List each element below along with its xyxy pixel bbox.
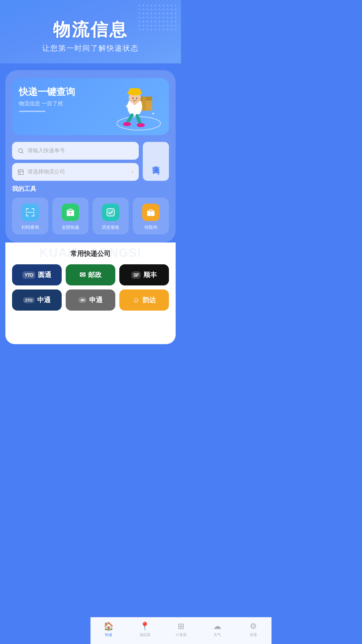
tool-all[interactable]: 全部快递 (52, 198, 88, 234)
company-select[interactable]: 请选择物流公司 › (12, 163, 139, 181)
search-inputs: 请输入快递单号 请选择物流公司 › (12, 142, 139, 181)
svg-point-15 (132, 98, 134, 99)
scan-icon-container (21, 204, 39, 221)
company-placeholder: 请选择物流公司 (27, 168, 65, 175)
company-yto[interactable]: YTO 圆通 (12, 264, 62, 285)
chevron-right-icon: › (131, 168, 133, 175)
tool-history[interactable]: 历史签收 (93, 198, 129, 234)
svg-rect-5 (143, 97, 145, 111)
package-icon (65, 207, 75, 217)
search-icon (17, 148, 24, 154)
company-yunda[interactable]: ☺ 韵达 (119, 289, 169, 311)
tool-scan[interactable]: 扫码查询 (12, 198, 48, 234)
sto-name: 申通 (89, 296, 103, 305)
scan-icon (25, 207, 35, 217)
svg-rect-25 (34, 208, 34, 211)
tool-scan-label: 扫码查询 (21, 224, 39, 230)
sto-logo: sto (78, 297, 86, 303)
tools-grid: 扫码查询 全部快递 历史签收 (12, 198, 169, 234)
checkmark-icon (106, 207, 116, 217)
tracking-placeholder: 请输入快递单号 (27, 147, 65, 154)
svg-text:✦: ✦ (152, 111, 155, 116)
yto-logo: YTO (22, 271, 35, 279)
all-icon-container (62, 204, 79, 221)
company-post[interactable]: ✉ 邮政 (66, 264, 115, 285)
companies-title: 常用快递公司 (12, 249, 169, 258)
hero-section: 物流信息 让您第一时间了解快递状态 (0, 0, 181, 63)
hero-subtitle: 让您第一时间了解快递状态 (10, 43, 171, 53)
svg-rect-30 (25, 212, 35, 213)
building-icon (17, 169, 24, 175)
svg-rect-19 (18, 169, 23, 174)
yunda-logo-icon: ☺ (132, 296, 140, 305)
tool-all-label: 全部快递 (62, 224, 79, 230)
companies-grid: YTO 圆通 ✉ 邮政 SF 顺丰 ZTO 中通 sto 申通 ☺ 韵达 (12, 264, 169, 311)
box-icon (146, 207, 156, 217)
tool-history-label: 历史签收 (102, 224, 119, 230)
svg-rect-23 (26, 208, 27, 211)
svg-rect-29 (34, 214, 34, 216)
yunda-name: 韵达 (142, 296, 156, 305)
svg-rect-27 (26, 214, 27, 216)
post-name: 邮政 (88, 270, 102, 279)
tools-section-title: 我的工具 (12, 185, 169, 193)
hero-title: 物流信息 (10, 20, 171, 39)
yto-name: 圆通 (38, 270, 51, 279)
svg-rect-34 (107, 209, 114, 216)
banner-line (19, 111, 46, 112)
search-row: 请输入快递单号 请选择物流公司 › 查询 (12, 142, 169, 181)
svg-line-18 (22, 152, 23, 154)
svg-point-16 (136, 98, 137, 99)
tool-pending-label: 待取件 (144, 224, 158, 230)
company-sto[interactable]: sto 申通 (66, 289, 115, 311)
company-sf[interactable]: SF 顺丰 (119, 264, 169, 285)
svg-point-17 (18, 149, 22, 153)
svg-rect-14 (129, 88, 141, 94)
sf-name: 顺丰 (143, 270, 157, 279)
query-banner: 快递一键查询 物流信息 一目了然 ✦ ✦ (12, 78, 169, 135)
delivery-man-illustration: ✦ ✦ (112, 78, 166, 135)
tool-pending[interactable]: 待取件 (133, 198, 169, 234)
main-card: 快递一键查询 物流信息 一目了然 ✦ ✦ (5, 70, 176, 243)
tracking-input[interactable]: 请输入快递单号 (12, 142, 139, 160)
history-icon-container (102, 204, 119, 221)
zto-name: 中通 (37, 296, 51, 305)
post-logo-icon: ✉ (79, 271, 85, 279)
sf-logo: SF (131, 271, 141, 279)
company-zto[interactable]: ZTO 中通 (12, 289, 62, 311)
svg-point-11 (137, 123, 145, 127)
zto-logo: ZTO (23, 297, 35, 303)
svg-point-10 (123, 122, 131, 126)
svg-rect-33 (69, 212, 72, 213)
query-button[interactable]: 查询 (143, 142, 169, 181)
companies-section: KUAIDI GONGSI 常用快递公司 YTO 圆通 ✉ 邮政 SF 顺丰 Z… (5, 243, 176, 344)
pending-icon-container (142, 204, 160, 221)
